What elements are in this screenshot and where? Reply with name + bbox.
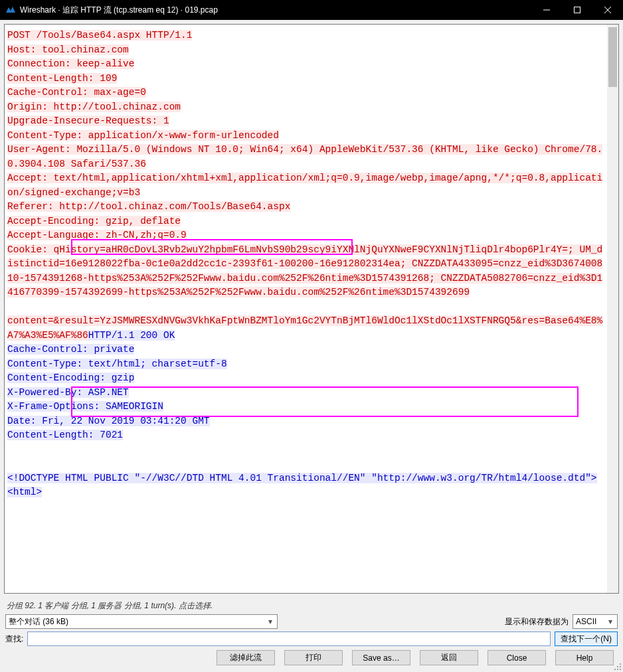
display-as-label: 显示和保存数据为 [505, 616, 569, 628]
minimize-button[interactable] [531, 0, 562, 20]
titlebar: Wireshark · 追踪 HTTP 流 (tcp.stream eq 12)… [0, 0, 623, 20]
chevron-down-icon: ▾ [265, 616, 276, 627]
save-as-button[interactable]: Save as… [352, 650, 410, 665]
back-button[interactable]: 返回 [420, 650, 478, 665]
wireshark-icon [5, 5, 16, 15]
vertical-scrollbar[interactable] [607, 25, 618, 593]
help-button[interactable]: Help [555, 650, 614, 665]
scrollbar-thumb[interactable] [608, 27, 617, 87]
find-label: 查找: [5, 633, 23, 645]
chevron-down-icon: ▾ [605, 616, 616, 627]
close-button[interactable] [592, 0, 623, 20]
svg-point-4 [620, 663, 621, 665]
encoding-select[interactable]: ASCII ▾ [573, 614, 618, 629]
filter-stream-button[interactable]: 滤掉此流 [217, 650, 275, 665]
encoding-select-value: ASCII [576, 617, 596, 626]
resize-grip[interactable] [612, 661, 622, 671]
svg-point-8 [617, 669, 618, 670]
stream-text-box[interactable]: POST /Tools/Base64.aspx HTTP/1.1 Host: t… [4, 24, 619, 594]
stream-content[interactable]: POST /Tools/Base64.aspx HTTP/1.1 Host: t… [5, 25, 607, 504]
content-area: POST /Tools/Base64.aspx HTTP/1.1 Host: t… [0, 20, 623, 598]
status-line: 分组 92. 1 客户端 分组, 1 服务器 分组, 1 turn(s). 点击… [5, 600, 618, 612]
svg-point-7 [614, 669, 616, 670]
print-button[interactable]: 打印 [284, 650, 343, 665]
conversation-select-value: 整个对话 (36 kB) [9, 616, 68, 628]
svg-point-9 [620, 669, 621, 670]
find-input[interactable] [27, 631, 551, 646]
find-next-button[interactable]: 查找下一个(N) [555, 631, 618, 646]
close-dialog-button[interactable]: Close [488, 650, 546, 665]
footer-panel: 分组 92. 1 客户端 分组, 1 服务器 分组, 1 turn(s). 点击… [0, 598, 623, 672]
window-title: Wireshark · 追踪 HTTP 流 (tcp.stream eq 12)… [20, 5, 531, 16]
svg-point-5 [617, 666, 618, 667]
maximize-button[interactable] [562, 0, 592, 20]
svg-point-6 [620, 666, 621, 667]
conversation-select[interactable]: 整个对话 (36 kB) ▾ [5, 614, 278, 629]
svg-rect-1 [575, 7, 580, 13]
